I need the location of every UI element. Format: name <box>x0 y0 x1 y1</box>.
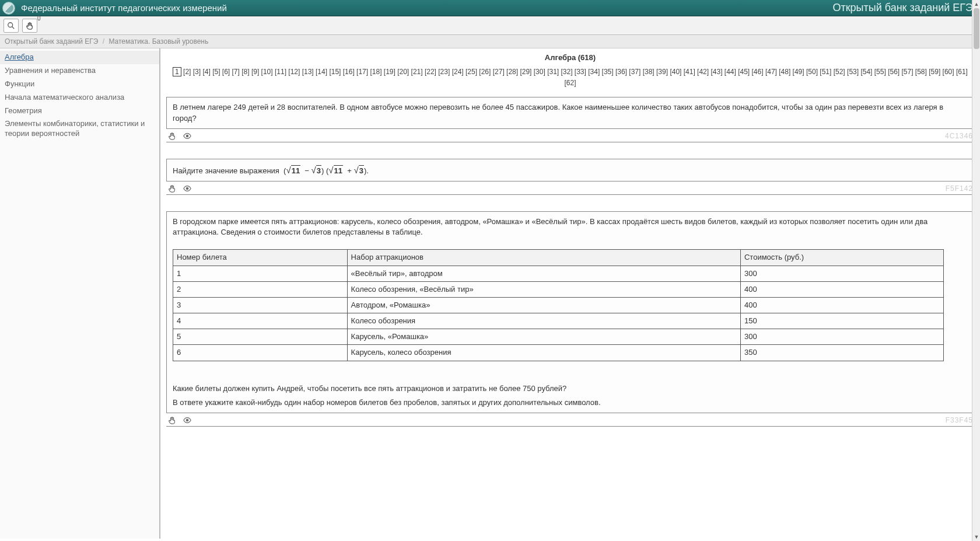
page-link[interactable]: [29] <box>520 68 531 76</box>
page-link[interactable]: [52] <box>834 68 845 76</box>
sidebar-item[interactable]: Функции <box>0 78 159 91</box>
page-link[interactable]: [28] <box>506 68 518 76</box>
page-link[interactable]: [30] <box>534 68 545 76</box>
page-link[interactable]: [37] <box>629 68 640 76</box>
page-link[interactable]: [15] <box>329 68 341 76</box>
sidebar-item[interactable]: Алгебра <box>0 51 159 64</box>
page-link[interactable]: [62] <box>564 79 576 87</box>
view-task-button[interactable] <box>183 184 192 193</box>
page-link[interactable]: [7] <box>232 68 240 76</box>
page-link[interactable]: [59] <box>929 68 940 76</box>
page-link[interactable]: [46] <box>752 68 764 76</box>
task-footer: F5F142 <box>166 182 974 195</box>
scroll-down-arrow[interactable]: ▼ <box>972 533 980 539</box>
page-link[interactable]: [6] <box>222 68 230 76</box>
section-heading: Алгебра (618) <box>166 53 974 62</box>
sidebar-item[interactable]: Уравнения и неравенства <box>0 64 159 78</box>
page-link[interactable]: [35] <box>602 68 614 76</box>
pager: 1 [2] [3] [4] [5] [6] [7] [8] [9] [10] [… <box>166 67 974 89</box>
table-cell: Автодром, «Ромашка» <box>347 297 740 313</box>
scroll-up-arrow[interactable]: ▲ <box>972 0 980 8</box>
view-task-button[interactable] <box>183 131 192 141</box>
page-link[interactable]: [36] <box>615 68 627 76</box>
page-link[interactable]: [27] <box>493 68 505 76</box>
page-link[interactable]: [41] <box>684 68 695 76</box>
page-link[interactable]: [38] <box>643 68 654 76</box>
page-link[interactable]: [25] <box>466 68 477 76</box>
sidebar-item[interactable]: Начала математического анализа <box>0 91 159 104</box>
page-link[interactable]: [57] <box>901 68 913 76</box>
toolbar: 0 <box>0 16 980 35</box>
page-link[interactable]: [14] <box>316 68 327 76</box>
page-link[interactable]: [54] <box>860 68 872 76</box>
page-link[interactable]: [48] <box>779 68 790 76</box>
page-link[interactable]: [21] <box>411 68 423 76</box>
page-link[interactable]: [33] <box>575 68 586 76</box>
table-cell: Карусель, «Ромашка» <box>347 329 740 345</box>
page-link[interactable]: [58] <box>915 68 927 76</box>
table-cell: 2 <box>173 281 348 297</box>
page-link[interactable]: [19] <box>384 68 396 76</box>
pointer-icon <box>168 416 176 424</box>
page-link[interactable]: [23] <box>438 68 450 76</box>
table-cell: «Весёлый тир», автодром <box>347 266 740 281</box>
page-link[interactable]: [26] <box>479 68 491 76</box>
page-link[interactable]: [22] <box>425 68 436 76</box>
breadcrumb-root[interactable]: Открытый банк заданий ЕГЭ <box>5 37 98 46</box>
basket-button[interactable] <box>22 19 37 33</box>
page-link[interactable]: [10] <box>261 68 273 76</box>
main-content: Алгебра (618) 1 [2] [3] [4] [5] [6] [7] … <box>160 48 980 539</box>
page-link[interactable]: [8] <box>242 68 249 76</box>
page-link[interactable]: [60] <box>943 68 954 76</box>
table-cell: Карусель, колесо обозрения <box>347 345 740 361</box>
page-link[interactable]: [42] <box>697 68 709 76</box>
page-link[interactable]: [34] <box>588 68 600 76</box>
table-cell: 150 <box>740 313 943 329</box>
page-link[interactable]: [55] <box>874 68 886 76</box>
page-link[interactable]: [18] <box>370 68 382 76</box>
view-task-button[interactable] <box>183 416 192 425</box>
page-link[interactable]: [45] <box>738 68 750 76</box>
page-link[interactable]: [50] <box>806 68 818 76</box>
page-link[interactable]: [47] <box>765 68 777 76</box>
eye-icon <box>183 416 191 424</box>
table-header: Стоимость (руб.) <box>740 250 943 266</box>
scrollbar[interactable]: ▲ ▼ <box>972 0 980 539</box>
page-link[interactable]: [20] <box>397 68 409 76</box>
sidebar-item[interactable]: Элементы комбинаторики, статистики и тео… <box>0 117 159 141</box>
scroll-thumb[interactable] <box>974 8 979 49</box>
page-link[interactable]: [40] <box>670 68 681 76</box>
search-button[interactable] <box>4 19 19 33</box>
page-link[interactable]: [11] <box>275 68 286 76</box>
table-cell: 5 <box>173 329 348 345</box>
select-task-button[interactable] <box>167 184 177 193</box>
select-task-button[interactable] <box>167 131 177 141</box>
page-link[interactable]: [13] <box>302 68 314 76</box>
page-link[interactable]: [53] <box>847 68 859 76</box>
page-link[interactable]: [4] <box>202 68 210 76</box>
table-cell: Колесо обозрения, «Весёлый тир» <box>347 281 740 297</box>
page-link[interactable]: [49] <box>793 68 804 76</box>
page-link[interactable]: [17] <box>356 68 368 76</box>
page-link[interactable]: [3] <box>193 68 201 76</box>
page-link[interactable]: [5] <box>212 68 220 76</box>
page-link[interactable]: [39] <box>656 68 668 76</box>
page-link[interactable]: [9] <box>251 68 259 76</box>
page-link[interactable]: [43] <box>710 68 722 76</box>
select-task-button[interactable] <box>167 416 177 425</box>
page-link[interactable]: [2] <box>183 68 191 76</box>
page-link[interactable]: [44] <box>724 68 736 76</box>
page-link[interactable]: [61] <box>956 68 968 76</box>
task-id: F33F45 <box>946 416 973 424</box>
page-link-current[interactable]: 1 <box>173 67 181 76</box>
page-link[interactable]: [24] <box>452 68 464 76</box>
top-bar: Федеральный институт педагогических изме… <box>0 0 980 16</box>
page-link[interactable]: [16] <box>343 68 355 76</box>
sidebar-item[interactable]: Геометрия <box>0 104 159 118</box>
page-link[interactable]: [12] <box>288 68 300 76</box>
page-link[interactable]: [32] <box>561 68 573 76</box>
page-link[interactable]: [51] <box>820 68 831 76</box>
task-box: В летнем лагере 249 детей и 28 воспитате… <box>166 97 974 128</box>
page-link[interactable]: [31] <box>547 68 559 76</box>
page-link[interactable]: [56] <box>888 68 900 76</box>
